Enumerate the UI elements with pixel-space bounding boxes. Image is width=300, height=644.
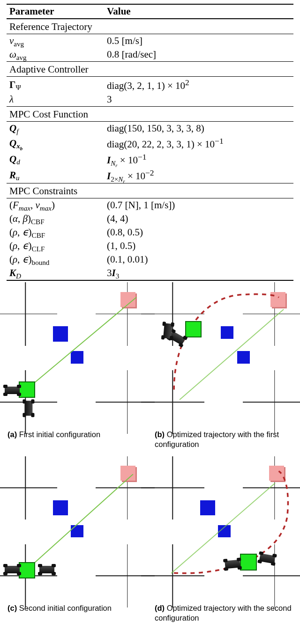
vavg-label: vavg (7, 34, 104, 48)
gamma-label: ΓΨ (7, 77, 104, 93)
reBound-label: (ρ, ϵ)bound (7, 253, 104, 266)
gamma-value: diag(3, 2, 1, 1) × 102 (104, 77, 293, 93)
reCLF-value: (1, 0.5) (104, 239, 293, 253)
straight-reference (25, 297, 136, 390)
Qxb-label: Qxb (7, 135, 104, 151)
scene-c (8, 463, 145, 600)
payload-box (185, 321, 202, 337)
Fmax-value: (0.7 [N], 1 [m/s]) (104, 198, 293, 212)
payload-box (240, 554, 256, 570)
parameter-table: Parameter Value Reference Trajectory vav… (7, 4, 293, 281)
section-mpc-constraints: MPC Constraints (7, 183, 293, 198)
wavg-label: ωavg (7, 48, 104, 62)
scene-a (8, 289, 145, 427)
robot-left (223, 558, 242, 570)
reCBF-label: (ρ, ϵ)CBF (7, 226, 104, 239)
obstacle-1 (53, 500, 68, 515)
panel-b: (b) Optimized trajectory with the first … (155, 289, 292, 449)
Qxb-value: diag(20, 22, 2, 3, 3, 1) × 10−1 (104, 135, 293, 151)
scene-b (155, 289, 292, 427)
col-value: Value (104, 4, 293, 19)
caption-b: (b) Optimized trajectory with the first … (155, 430, 292, 449)
abCBF-value: (4, 4) (104, 212, 293, 226)
trajectory-path (155, 289, 292, 427)
reCLF-label: (ρ, ϵ)CLF (7, 239, 104, 253)
robot-left (3, 386, 21, 395)
obstacle-1 (53, 326, 68, 341)
Qd-label: Qd (7, 151, 104, 167)
robot-left (3, 565, 21, 575)
figure-grid: (a) First initial configuration (7, 289, 293, 623)
panel-c: (c) Second initial configuration (8, 463, 145, 622)
section-adaptive: Adaptive Controller (7, 62, 293, 77)
col-parameter: Parameter (7, 4, 104, 19)
reCBF-value: (0.8, 0.5) (104, 226, 293, 239)
KD-label: KD (7, 266, 104, 280)
panel-d: (d) Optimized trajectory with the second… (155, 463, 292, 622)
vavg-value: 0.5 [m/s] (104, 34, 293, 48)
wavg-value: 0.8 [rad/sec] (104, 48, 293, 62)
Ru-value: I2×Nr × 10−2 (104, 167, 293, 183)
trajectory-path (155, 463, 292, 600)
obstacle-2 (71, 351, 83, 363)
Qf-label: Qf (7, 122, 104, 136)
scene-d (155, 463, 292, 600)
reBound-value: (0.1, 0.01) (104, 253, 293, 266)
robot-left (162, 322, 173, 341)
obstacle-2 (71, 525, 83, 537)
abCBF-label: (α, β)CBF (7, 212, 104, 226)
caption-a: (a) First initial configuration (8, 430, 145, 439)
lambda-value: 3 (104, 93, 293, 107)
KD-value: 3I3 (104, 266, 293, 280)
panel-a: (a) First initial configuration (8, 289, 145, 449)
section-ref-traj: Reference Trajectory (7, 19, 293, 34)
Fmax-label: (Fmax, vmax) (7, 198, 104, 212)
robot-right (38, 565, 56, 575)
lambda-label: λ (7, 93, 104, 107)
Qf-value: diag(150, 150, 3, 3, 3, 8) (104, 122, 293, 136)
straight-reference (25, 474, 133, 571)
caption-c: (c) Second initial configuration (8, 603, 145, 613)
robot-below (24, 399, 34, 417)
caption-d: (d) Optimized trajectory with the second… (155, 603, 292, 622)
Qd-value: INr × 10−1 (104, 151, 293, 167)
section-mpc-cost: MPC Cost Function (7, 107, 293, 122)
Ru-label: Ru (7, 167, 104, 183)
robot-right (257, 552, 277, 565)
